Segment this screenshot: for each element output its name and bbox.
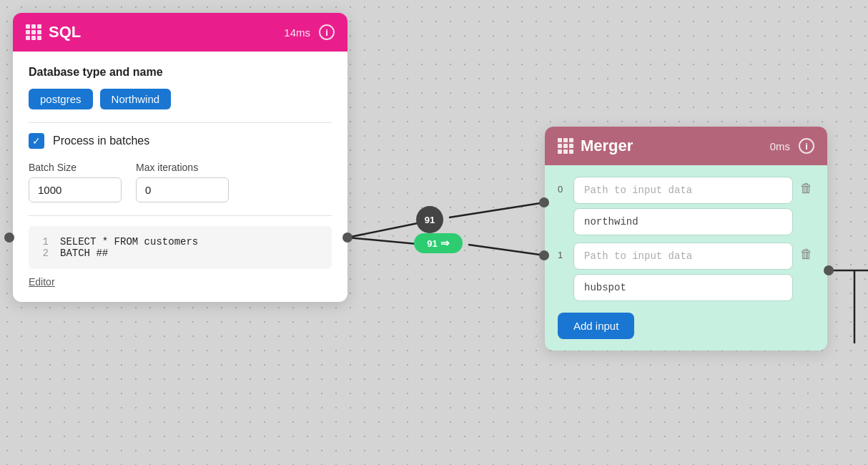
input-path-1[interactable] (573, 243, 793, 270)
code-line-2: 2 BATCH ## (37, 248, 323, 259)
merger-grid-icon (558, 138, 573, 154)
sql-card-header: SQL 14ms i (13, 13, 347, 52)
code-line-1: 1 SELECT * FROM customers (37, 236, 323, 248)
batch-size-input[interactable] (29, 177, 122, 202)
input-value-0[interactable] (573, 208, 793, 235)
input-index-1: 1 (558, 243, 568, 260)
sql-left-connector (4, 232, 14, 243)
max-iter-group: Max iterations (136, 162, 229, 202)
delete-icon-0[interactable]: 🗑 (799, 177, 814, 192)
green-badge-text: 91 (427, 238, 437, 249)
input-fields-1 (573, 243, 793, 301)
merger-left-connector-1 (539, 250, 549, 260)
code-block: 1 SELECT * FROM customers 2 BATCH ## (29, 226, 332, 269)
merger-body: 0 🗑 1 🗑 Add input (545, 165, 827, 351)
input-group-0: 0 🗑 (558, 177, 814, 235)
merger-title: Merger (581, 137, 633, 155)
editor-link[interactable]: Editor (29, 276, 332, 288)
max-iter-label: Max iterations (136, 162, 229, 173)
db-type-tag[interactable]: postgres (29, 89, 93, 109)
merger-header-left: Merger (558, 137, 633, 155)
svg-line-3 (468, 245, 545, 255)
merger-left-connector-0 (539, 197, 549, 207)
sql-timing: 14ms (284, 26, 310, 39)
add-input-button[interactable]: Add input (558, 313, 634, 339)
input-value-1[interactable] (573, 274, 793, 301)
batch-checkbox-label: Process in batches (53, 134, 149, 147)
delete-icon-1[interactable]: 🗑 (799, 243, 814, 258)
db-section-label: Database type and name (29, 66, 332, 79)
line-num-1: 1 (37, 236, 49, 248)
sql-header-left: SQL (26, 23, 81, 41)
grid-icon (26, 24, 41, 40)
merger-right-connector (824, 265, 834, 275)
green-badge-arrow: ⇒ (440, 237, 450, 250)
tag-row: postgres Northwind (29, 89, 332, 109)
node-badge-91-green: 91 ⇒ (414, 233, 463, 253)
input-path-0[interactable] (573, 177, 793, 204)
svg-line-1 (449, 202, 545, 217)
sql-info-icon[interactable]: i (319, 24, 335, 40)
db-name-tag[interactable]: Northwind (100, 89, 172, 109)
batch-size-label: Batch Size (29, 162, 122, 173)
batch-checkbox[interactable]: ✓ (29, 133, 44, 149)
input-fields-0 (573, 177, 793, 235)
fields-row: Batch Size Max iterations (29, 162, 332, 202)
merger-info-icon[interactable]: i (799, 138, 814, 154)
batch-size-group: Batch Size (29, 162, 122, 202)
merger-card: Merger 0ms i 0 🗑 1 🗑 Add input (545, 127, 827, 351)
line-num-2: 2 (37, 248, 49, 259)
merger-card-header: Merger 0ms i (545, 127, 827, 165)
input-index-0: 0 (558, 177, 568, 195)
svg-line-2 (347, 238, 425, 245)
checkbox-row: ✓ Process in batches (29, 133, 332, 149)
input-group-1: 1 🗑 (558, 243, 814, 301)
node-badge-91-dark: 91 (416, 206, 443, 233)
merger-timing: 0ms (770, 140, 790, 152)
sql-card-body: Database type and name postgres Northwin… (13, 52, 347, 302)
svg-line-0 (347, 222, 425, 238)
max-iter-input[interactable] (136, 177, 229, 202)
divider-1 (29, 122, 332, 123)
line-code-2: BATCH ## (60, 248, 108, 259)
sql-title: SQL (49, 23, 81, 41)
divider-2 (29, 215, 332, 216)
sql-card: SQL 14ms i Database type and name postgr… (13, 13, 347, 302)
sql-right-connector (342, 232, 352, 243)
line-code-1: SELECT * FROM customers (60, 236, 198, 248)
